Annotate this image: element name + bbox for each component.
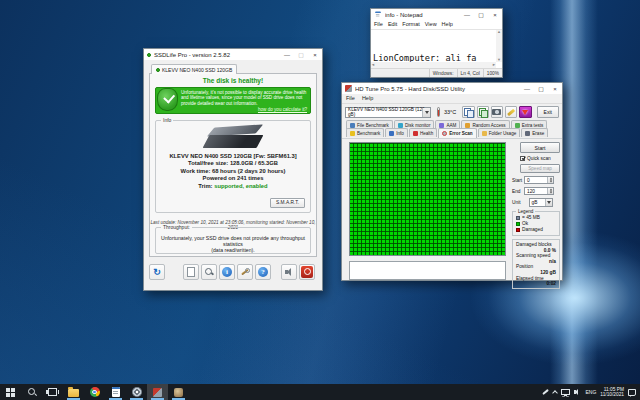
stat-scanning-speed: Scanning speed n/a [516,253,557,264]
taskbar-hdtune[interactable] [147,384,168,400]
horizontal-scrollbar[interactable]: ◄ ► [371,62,496,68]
taskbar-misc-app[interactable] [168,384,189,400]
ssdlife-titlebar[interactable]: SSDLife Pro - version 2.5.82 — ▢ × [144,49,322,60]
drive-select-dropdown[interactable]: KLEVV NEO N400 SSD 120GB (120 gB) [345,107,431,118]
network-icon[interactable] [561,389,570,395]
about-button[interactable]: i [219,264,235,280]
task-view-button[interactable] [42,384,63,400]
copy-image-button[interactable] [477,106,489,118]
scan-speed-map [349,261,506,280]
calculation-info-link[interactable]: how do you calculate it? [258,107,307,112]
start-scan-button[interactable]: Start [520,142,560,153]
notepad-minimize-button[interactable]: — [460,9,474,20]
stat-damaged-blocks: Damaged blocks 0.0 % [516,242,557,253]
misc-app-icon [174,388,183,397]
notepad-statusbar: Windows: Ln 4, Col 100% [371,68,502,77]
chrome-icon [90,387,100,397]
tab-info[interactable]: Info [385,128,408,137]
pen-tray-icon[interactable] [542,389,549,395]
drive-size-text: Total/free size: 128.0GB / 65.3GB [156,160,310,167]
start-spinner[interactable] [547,177,553,183]
legend-item-damaged: Damaged [516,227,557,233]
download-arrow-icon [522,110,528,115]
taskbar-ssdlife[interactable] [126,384,147,400]
volume-icon[interactable] [574,388,582,396]
quick-scan-checkbox-row[interactable]: Quick scan [520,156,560,161]
screenshot-button[interactable] [491,106,503,118]
tab-folder-usage[interactable]: Folder Usage [478,128,521,137]
checkbox-checked-icon[interactable] [520,156,525,161]
smart-button[interactable]: S.M.A.R.T. [270,198,305,208]
tab-benchmark[interactable]: Benchmark [346,128,384,137]
show-hidden-icons-chevron[interactable] [552,390,558,396]
info-tab-icon [389,131,394,136]
language-indicator[interactable]: ENG [586,389,597,395]
taskbar-file-explorer[interactable] [63,384,84,400]
taskbar-search-button[interactable] [21,384,42,400]
hdtune-minimize-button[interactable]: — [520,83,534,94]
speed-map-button[interactable]: Speed map [520,164,560,173]
taskbar-chrome[interactable] [84,384,105,400]
info-groupbox: Info KLEVV NEO N400 SSD 120GB [Fw: SBFM6… [155,120,311,213]
report-button[interactable] [183,264,199,280]
unit-dropdown-arrow-icon [545,199,552,206]
tab-erase[interactable]: Erase [521,128,548,137]
hdtune-maximize-button[interactable]: ▢ [534,83,548,94]
drive-worktime-text: Work time: 68 hours (2 days 20 hours) [156,168,310,175]
tabs-row-2: Benchmark Info Health Error Scan Folder … [342,128,562,138]
end-spinner[interactable] [547,188,553,194]
end-position-input[interactable]: 120 [524,187,554,195]
refresh-button[interactable]: ↻ [149,264,165,280]
scroll-up-icon[interactable]: ▲ [497,30,501,34]
tab-health[interactable]: Health [409,128,437,137]
vertical-scrollbar[interactable]: ▲ ▼ [496,30,502,62]
help-icon: ? [258,267,268,277]
scroll-left-icon[interactable]: ◄ [371,63,375,67]
scan-stats: Damaged blocks 0.0 % Scanning speed n/a … [512,239,560,289]
start-position-input[interactable]: 0 [524,176,554,184]
legend-groupbox: Legend = 45 MB Ok Damaged [512,211,560,236]
sound-button[interactable] [281,264,297,280]
pen-icon [507,108,515,115]
ok-swatch-icon [516,222,520,226]
start-button[interactable] [0,384,21,400]
notepad-close-button[interactable]: × [488,9,502,20]
notepad-menubar: File Edit Format View Help [371,20,502,30]
menu-format[interactable]: Format [402,21,419,27]
temperature-value: 33°C [444,109,456,115]
notepad-text-area[interactable]: LionComputer: ali_fa PersianTools: ali_f… [371,30,502,68]
exit-button-ssdlife[interactable] [299,264,315,280]
menu-help-hdtune[interactable]: Help [362,95,373,101]
menu-help[interactable]: Help [442,21,453,27]
copy-text-button[interactable] [462,106,474,118]
hdtune-titlebar[interactable]: HD Tune Pro 5.75 - Hard Disk/SSD Utility… [342,83,562,94]
menu-file-hdtune[interactable]: File [346,95,355,101]
tab-error-scan[interactable]: Error Scan [438,128,477,138]
ssdlife-minimize-button[interactable]: — [280,49,294,60]
exit-button-hdtune[interactable]: Exit [537,106,560,118]
edit-button[interactable] [505,106,517,118]
camera-icon [492,109,501,115]
settings-button[interactable] [237,264,253,280]
menu-view[interactable]: View [425,21,437,27]
menu-edit[interactable]: Edit [388,21,397,27]
help-button[interactable]: ? [255,264,271,280]
menu-file[interactable]: File [374,21,383,27]
scroll-down-icon[interactable]: ▼ [497,58,501,62]
notepad-titlebar[interactable]: info - Notepad — ▢ × [371,9,502,20]
notepad-maximize-button[interactable]: ▢ [474,9,488,20]
scroll-right-icon[interactable]: ► [492,63,496,67]
details-button[interactable] [201,264,217,280]
save-results-button[interactable] [519,106,531,118]
status-encoding: Windows: [429,69,457,77]
ssdlife-maximize-button[interactable]: ▢ [294,49,308,60]
notepad-title: info - Notepad [385,12,460,18]
trim-status-value: supported, enabled [214,183,267,189]
hdtune-close-button[interactable]: × [548,83,562,94]
ssdlife-close-button[interactable]: × [308,49,322,60]
tab-device[interactable]: KLEVV NEO N400 SSD 120GB [151,64,237,74]
action-center-icon[interactable] [628,389,636,396]
clock[interactable]: 11:05 PM 11/10/2021 [600,387,624,398]
taskbar-notepad[interactable] [105,384,126,400]
unit-dropdown[interactable]: gB [529,198,553,207]
